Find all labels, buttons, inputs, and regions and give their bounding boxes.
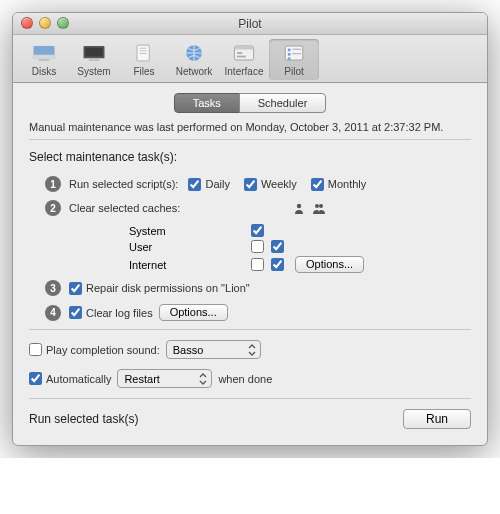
divider	[29, 139, 471, 140]
cache-grid: System User Internet Options...	[69, 224, 471, 273]
divider	[29, 329, 471, 330]
daily-checkbox[interactable]: Daily	[188, 178, 229, 191]
svg-rect-17	[292, 49, 301, 50]
cache-user-single-checkbox[interactable]	[251, 240, 264, 253]
monthly-checkbox[interactable]: Monthly	[311, 178, 367, 191]
svg-rect-4	[85, 48, 103, 57]
cache-row-user: User	[69, 240, 471, 253]
app-window: Pilot Disks System Files Network Interfa…	[12, 12, 488, 446]
step-1-badge: 1	[45, 176, 61, 192]
toolbar: Disks System Files Network Interface Pil…	[13, 35, 487, 83]
interface-icon	[230, 41, 258, 65]
svg-point-23	[319, 204, 323, 208]
status-text: Manual maintenance was last performed on…	[29, 121, 471, 133]
svg-rect-9	[140, 53, 147, 54]
svg-rect-19	[292, 53, 301, 54]
cache-internet-all-checkbox[interactable]	[271, 258, 284, 271]
step-2-badge: 2	[45, 200, 61, 216]
all-users-icon	[309, 202, 329, 214]
repair-permissions-checkbox[interactable]	[69, 282, 82, 295]
cache-user-all-checkbox[interactable]	[271, 240, 284, 253]
svg-rect-2	[39, 59, 50, 61]
step-3-row: 3 Repair disk permissions on "Lion"	[29, 280, 471, 296]
auto-suffix: when done	[218, 373, 272, 385]
sound-label: Play completion sound:	[46, 344, 160, 356]
system-icon	[80, 41, 108, 65]
divider	[29, 398, 471, 399]
toolbar-item-files[interactable]: Files	[119, 39, 169, 80]
zoom-icon[interactable]	[57, 17, 69, 29]
svg-rect-5	[89, 59, 100, 61]
files-icon	[130, 41, 158, 65]
step-3-badge: 3	[45, 280, 61, 296]
toolbar-item-pilot[interactable]: Pilot	[269, 39, 319, 80]
window-title: Pilot	[238, 17, 261, 31]
disks-icon	[30, 41, 58, 65]
tab-scheduler[interactable]: Scheduler	[239, 93, 327, 113]
toolbar-item-system[interactable]: System	[69, 39, 119, 80]
svg-rect-16	[288, 49, 291, 52]
toolbar-item-network[interactable]: Network	[169, 39, 219, 80]
clear-logs-checkbox[interactable]	[69, 306, 82, 319]
close-icon[interactable]	[21, 17, 33, 29]
cache-internet-single-checkbox[interactable]	[251, 258, 264, 271]
svg-rect-7	[140, 48, 147, 49]
step-2-header: 2 Clear selected caches:	[29, 200, 471, 216]
run-row: Run selected task(s) Run	[29, 409, 471, 429]
pilot-icon	[280, 41, 308, 65]
play-sound-checkbox[interactable]	[29, 343, 42, 356]
svg-rect-1	[34, 55, 55, 59]
cache-row-system: System	[69, 224, 471, 237]
auto-label: Automatically	[46, 373, 111, 385]
clear-logs-options-button[interactable]: Options...	[159, 304, 228, 321]
sound-row: Play completion sound: Basso	[29, 340, 471, 359]
single-user-icon	[289, 202, 309, 214]
section-label: Select maintenance task(s):	[29, 150, 471, 164]
svg-point-22	[315, 204, 319, 208]
cache-system-user-checkbox[interactable]	[251, 224, 264, 237]
step-3-label: Repair disk permissions on "Lion"	[86, 282, 250, 294]
tab-bar: Tasks Scheduler	[29, 93, 471, 113]
toolbar-item-interface[interactable]: Interface	[219, 39, 269, 80]
svg-point-21	[297, 204, 301, 208]
weekly-checkbox[interactable]: Weekly	[244, 178, 297, 191]
step-4-badge: 4	[45, 305, 61, 321]
step-4-label: Clear log files	[86, 307, 153, 319]
toolbar-item-disks[interactable]: Disks	[19, 39, 69, 80]
svg-rect-20	[288, 57, 291, 60]
cache-row-internet: Internet Options...	[69, 256, 471, 273]
auto-checkbox[interactable]	[29, 372, 42, 385]
svg-rect-18	[288, 53, 291, 56]
tab-tasks[interactable]: Tasks	[174, 93, 240, 113]
step-2-label: Clear selected caches:	[69, 202, 229, 214]
run-label: Run selected task(s)	[29, 412, 138, 426]
run-button[interactable]: Run	[403, 409, 471, 429]
minimize-icon[interactable]	[39, 17, 51, 29]
svg-rect-12	[234, 46, 253, 50]
auto-row: Automatically Restart when done	[29, 369, 471, 388]
step-4-row: 4 Clear log files Options...	[29, 304, 471, 321]
svg-rect-14	[237, 56, 246, 58]
svg-rect-13	[237, 52, 242, 54]
sound-select[interactable]: Basso	[166, 340, 261, 359]
step-1-row: 1 Run selected script(s): Daily Weekly M…	[29, 176, 471, 192]
content-area: Tasks Scheduler Manual maintenance was l…	[13, 83, 487, 445]
network-icon	[180, 41, 208, 65]
auto-action-select[interactable]: Restart	[117, 369, 212, 388]
titlebar: Pilot	[13, 13, 487, 35]
svg-rect-8	[140, 50, 147, 51]
cache-options-button[interactable]: Options...	[295, 256, 364, 273]
step-1-label: Run selected script(s):	[69, 178, 178, 190]
